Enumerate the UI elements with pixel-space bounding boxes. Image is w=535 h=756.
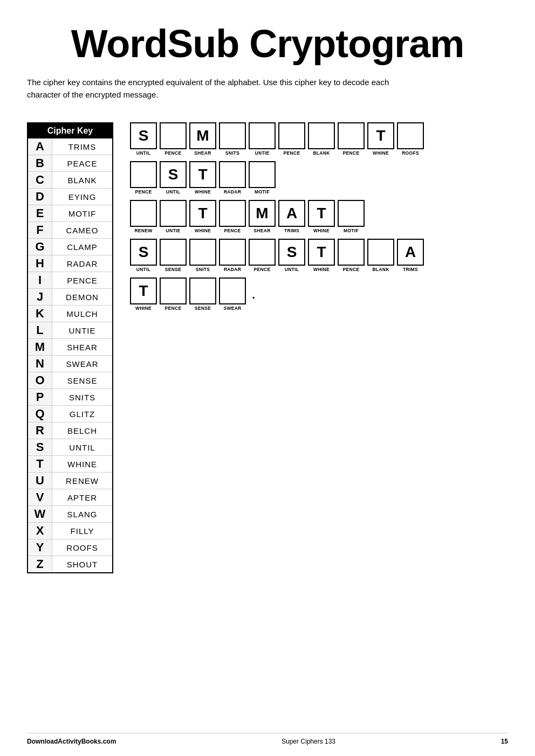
cipher-row: XFILLY: [28, 523, 112, 539]
letter-box: A: [397, 239, 424, 266]
dot-cell: .: [248, 289, 259, 311]
cipher-row: LUNTIE: [28, 322, 112, 339]
letter-box: [397, 122, 424, 149]
word-label: PENCE: [165, 306, 182, 311]
cipher-row: ZSHOUT: [28, 556, 112, 572]
cipher-row: IPENCE: [28, 272, 112, 289]
letter-box: [278, 122, 305, 149]
letter-box: [219, 278, 246, 304]
letter-box: M: [189, 122, 216, 149]
word-label: UNTIL: [285, 267, 299, 272]
cipher-row: CBLANK: [28, 172, 112, 189]
cipher-letter: Y: [28, 539, 52, 556]
cipher-row: DEYING: [28, 189, 112, 205]
cipher-letter: W: [28, 506, 52, 522]
letter-box: [130, 200, 157, 227]
puzzle-cell: TWHINE: [367, 122, 395, 156]
word-label: WHINE: [313, 267, 330, 272]
puzzle-cell: PENCE: [248, 239, 276, 272]
cipher-word: PEACE: [52, 155, 112, 171]
word-label: UNTIE: [166, 228, 181, 233]
cipher-word: FILLY: [52, 523, 112, 539]
cipher-letter: I: [28, 272, 52, 288]
letter-box: [338, 239, 365, 266]
puzzle-cell: SENSE: [189, 278, 217, 311]
cipher-letter: C: [28, 172, 52, 188]
cipher-letter: M: [28, 339, 52, 355]
cipher-row: JDEMON: [28, 289, 112, 306]
word-label: MOTIF: [255, 189, 270, 195]
word-label: WHINE: [135, 306, 152, 311]
cipher-word: BELCH: [52, 422, 112, 439]
puzzle-cell: TWHINE: [129, 278, 157, 311]
cipher-word: SHOUT: [52, 556, 112, 572]
cipher-row: WSLANG: [28, 506, 112, 523]
cipher-letter: E: [28, 205, 52, 221]
cipher-word: DEMON: [52, 289, 112, 305]
cipher-letter: Z: [28, 556, 52, 572]
puzzle-cell: SUNTIL: [159, 161, 187, 195]
cipher-letter: X: [28, 523, 52, 539]
page-title: WordSub Cryptogram: [27, 22, 508, 66]
letter-box: [338, 122, 365, 149]
cipher-word: APTER: [52, 489, 112, 505]
cipher-row: HRADAR: [28, 255, 112, 272]
puzzle-cell: PENCE: [129, 161, 157, 195]
word-label: WHINE: [195, 228, 211, 233]
puzzle-rows-container: SUNTILPENCEMSHEARSNITSUNTIEPENCEBLANKPEN…: [129, 122, 508, 311]
letter-box: T: [308, 200, 335, 227]
puzzle-cell: SWEAR: [218, 278, 246, 311]
letter-box: S: [130, 239, 157, 266]
word-label: SHEAR: [194, 150, 211, 156]
cipher-word: UNTIL: [52, 439, 112, 455]
cipher-word: RENEW: [52, 473, 112, 489]
word-label: SENSE: [195, 306, 211, 311]
cipher-row: PSNITS: [28, 389, 112, 406]
cipher-row: URENEW: [28, 473, 112, 489]
word-label: PENCE: [284, 150, 300, 156]
puzzle-cell: UNTIE: [248, 122, 276, 156]
letter-box: [249, 161, 276, 188]
cipher-word: SNITS: [52, 389, 112, 405]
word-label: UNTIL: [136, 267, 151, 272]
puzzle-cell: ROOFS: [396, 122, 424, 156]
cipher-row: TWHINE: [28, 456, 112, 473]
cipher-key-rows: ATRIMSBPEACECBLANKDEYINGEMOTIFFCAMEOGCLA…: [28, 138, 112, 572]
letter-box: T: [130, 278, 157, 304]
cipher-word: TRIMS: [52, 138, 112, 155]
puzzle-cell: SNITS: [189, 239, 217, 272]
cipher-word: BLANK: [52, 172, 112, 188]
puzzle-cell: PENCE: [159, 278, 187, 311]
word-label: UNTIL: [136, 150, 151, 156]
letter-box: [219, 161, 246, 188]
word-label: UNTIE: [255, 150, 270, 156]
cipher-word: MULCH: [52, 306, 112, 322]
cipher-word: CAMEO: [52, 222, 112, 238]
cipher-letter: S: [28, 439, 52, 455]
word-label: SNITS: [225, 150, 240, 156]
word-label: TRIMS: [284, 228, 299, 233]
letter-box: [367, 239, 394, 266]
puzzle-cell: PENCE: [337, 239, 365, 272]
letter-box: T: [308, 239, 335, 266]
cipher-letter: O: [28, 372, 52, 389]
letter-box: T: [367, 122, 394, 149]
cipher-row: BPEACE: [28, 155, 112, 172]
word-label: TRIMS: [403, 267, 418, 272]
puzzle-cell: RADAR: [218, 161, 246, 195]
word-label: BLANK: [313, 150, 330, 156]
letter-box: [160, 239, 187, 266]
footer: DownloadActivityBooks.com Super Ciphers …: [27, 733, 508, 745]
puzzle-cell: PENCE: [337, 122, 365, 156]
cipher-word: SLANG: [52, 506, 112, 522]
word-label: WHINE: [313, 228, 330, 233]
word-label: ROOFS: [402, 150, 419, 156]
word-label: SENSE: [165, 267, 181, 272]
cipher-row: FCAMEO: [28, 222, 112, 239]
cipher-row: YROOFS: [28, 539, 112, 556]
letter-box: [219, 122, 246, 149]
puzzle-cell: ATRIMS: [278, 200, 306, 233]
cipher-row: KMULCH: [28, 306, 112, 322]
puzzle-cell: SENSE: [159, 239, 187, 272]
cipher-letter: F: [28, 222, 52, 238]
